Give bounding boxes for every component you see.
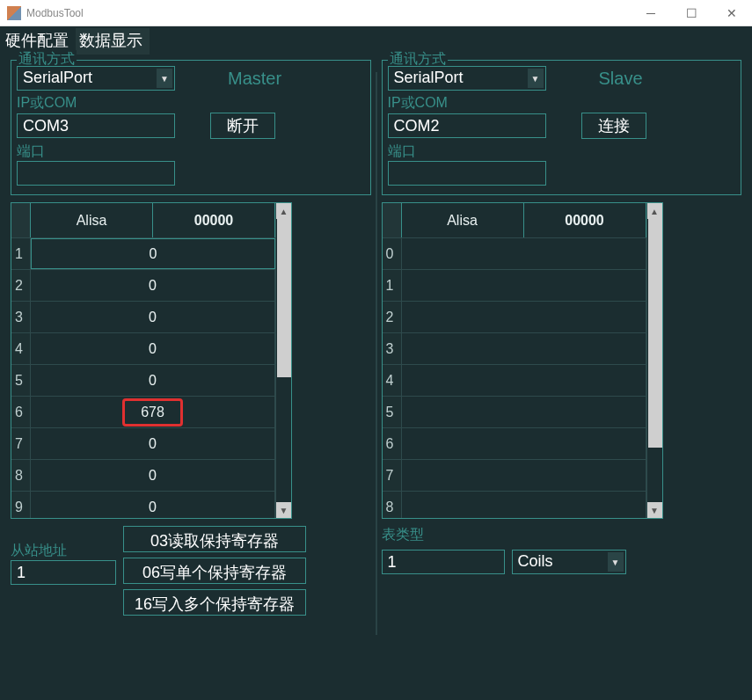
value-cell[interactable]: 678 [31,397,275,427]
table-row[interactable]: 2 [383,302,646,333]
app-icon [7,6,21,20]
tabletype-index-input[interactable] [382,550,505,574]
table-row[interactable]: 70 [11,428,275,460]
connect-button[interactable]: 连接 [581,113,646,139]
port-input-left[interactable] [17,161,175,186]
row-number: 4 [383,365,402,396]
row-number: 1 [383,270,402,301]
window-title: ModbusTool [26,7,84,19]
row-number: 5 [11,365,31,396]
scroll-up-icon[interactable]: ▲ [276,203,291,219]
chevron-down-icon: ▼ [157,69,172,88]
table-row[interactable]: 10 [11,238,275,270]
highlight-box: 678 [122,398,183,427]
scroll-down-icon[interactable]: ▼ [276,502,291,518]
ipcom-label-left: IP或COM [17,94,365,113]
col-alias-right: Alisa [402,203,524,237]
tabletype-label: 表类型 [382,526,505,544]
row-number: 4 [11,333,31,364]
row-number: 6 [383,428,402,459]
row-number: 3 [383,333,402,364]
table-row[interactable]: 50 [11,365,275,397]
table-row[interactable]: 7 [383,460,646,492]
maximize-button[interactable]: ☐ [671,0,712,26]
table-row[interactable]: 6 [383,428,646,460]
col-value-right: 00000 [524,203,646,237]
value-cell[interactable]: 0 [31,365,275,396]
close-button[interactable]: ✕ [712,0,752,26]
value-cell[interactable] [402,270,646,301]
value-cell[interactable]: 0 [31,492,275,518]
table-row[interactable]: 8 [383,492,646,518]
commtype-select-right[interactable]: SerialPort ▼ [388,66,546,91]
value-cell[interactable] [402,333,646,364]
fn06-button[interactable]: 06写单个保持寄存器 [123,558,306,584]
table-row[interactable]: 0 [383,238,646,270]
scroll-up-icon[interactable]: ▲ [647,203,662,219]
ipcom-input-right[interactable] [388,113,546,138]
row-number: 8 [11,460,31,491]
value-cell[interactable] [402,302,646,332]
commtype-select-value: SerialPort [23,69,92,86]
row-number: 8 [383,492,402,518]
value-cell[interactable]: 0 [31,238,275,269]
value-cell[interactable] [402,365,646,396]
table-row[interactable]: 30 [11,302,275,333]
row-header-blank-right [383,203,402,237]
value-cell[interactable]: 0 [31,302,275,332]
master-table-scrollbar[interactable]: ▲ ▼ [275,203,291,518]
commtype-select-value-right: SerialPort [394,69,464,86]
tabletype-select[interactable]: Coils ▼ [512,550,626,574]
scroll-thumb-right[interactable] [648,219,662,448]
ipcom-input-left[interactable] [17,113,175,138]
table-row[interactable]: 40 [11,333,275,365]
col-alias-left: Alisa [31,203,153,237]
menu-datadisplay[interactable]: 数据显示 [76,28,150,55]
table-row[interactable]: 90 [11,492,275,518]
row-number: 6 [11,397,31,427]
slave-addr-input[interactable] [11,560,116,585]
chevron-down-icon: ▼ [528,69,544,88]
value-cell[interactable] [402,492,646,518]
chevron-down-icon: ▼ [608,552,624,572]
table-row[interactable]: 20 [11,270,275,302]
value-cell[interactable] [402,397,646,427]
port-label-left: 端口 [17,142,365,161]
value-cell[interactable]: 0 [31,270,275,301]
value-cell[interactable]: 0 [31,460,275,491]
titlebar: ModbusTool ─ ☐ ✕ [0,0,752,26]
fn03-button[interactable]: 03读取保持寄存器 [123,526,306,552]
table-row[interactable]: 6678 [11,397,275,428]
row-number: 7 [11,428,31,459]
row-number: 5 [383,397,402,427]
table-row[interactable]: 5 [383,397,646,428]
value-cell[interactable]: 0 [31,428,275,459]
slave-pane: 通讯方式 SerialPort ▼ Slave IP或COM 连接 端口 [376,58,748,617]
scroll-down-icon[interactable]: ▼ [647,502,662,518]
row-number: 2 [383,302,402,332]
commtype-select-left[interactable]: SerialPort ▼ [17,66,175,91]
slave-conn-group: 通讯方式 SerialPort ▼ Slave IP或COM 连接 端口 [382,60,742,195]
table-row[interactable]: 1 [383,270,646,302]
disconnect-button[interactable]: 断开 [210,113,275,139]
row-number: 9 [11,492,31,518]
row-number: 7 [383,460,402,491]
slave-table: Alisa 00000 012345678 ▲ ▼ [382,202,663,519]
table-row[interactable]: 80 [11,460,275,492]
master-conn-group: 通讯方式 SerialPort ▼ Master IP或COM 断开 端口 [11,60,371,195]
row-number: 3 [11,302,31,332]
fn16-button[interactable]: 16写入多个保持寄存器 [123,589,306,616]
scroll-thumb[interactable] [277,219,291,377]
value-cell[interactable]: 0 [31,333,275,364]
slave-table-scrollbar[interactable]: ▲ ▼ [646,203,662,518]
port-label-right: 端口 [388,142,736,161]
table-row[interactable]: 3 [383,333,646,365]
value-cell[interactable] [402,238,646,269]
minimize-button[interactable]: ─ [631,0,671,26]
master-pane: 通讯方式 SerialPort ▼ Master IP或COM 断开 端口 [5,58,376,617]
value-cell[interactable] [402,428,646,459]
table-row[interactable]: 4 [383,365,646,397]
tabletype-select-value: Coils [518,552,553,570]
value-cell[interactable] [402,460,646,491]
port-input-right[interactable] [388,161,546,186]
